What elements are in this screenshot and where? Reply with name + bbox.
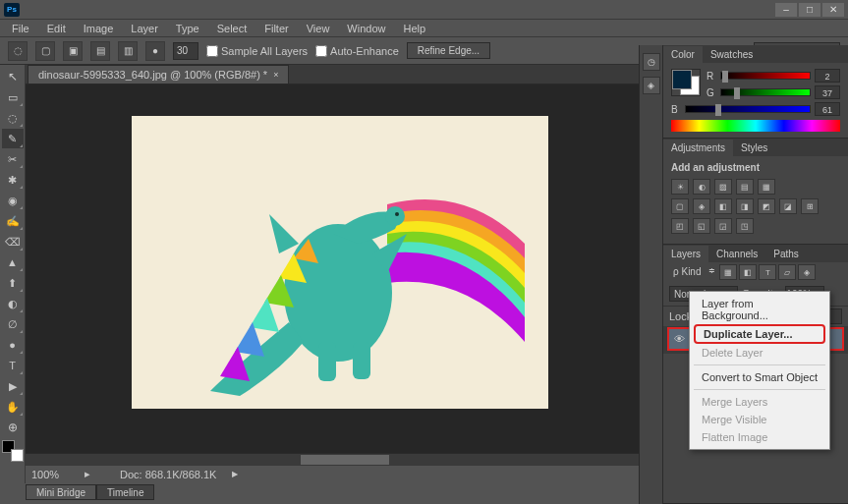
brush-tool[interactable]: ✍ (2, 211, 24, 231)
menu-bar: File Edit Image Layer Type Select Filter… (0, 20, 848, 37)
ctx-convert-smart-object[interactable]: Convert to Smart Object (690, 368, 829, 386)
adj-threshold-icon[interactable]: ◱ (693, 218, 710, 234)
layer-visibility-icon[interactable]: 👁 (669, 333, 689, 345)
clone-stamp-tool[interactable]: ⌫ (2, 232, 24, 252)
document-info[interactable]: Doc: 868.1K/868.1K (120, 469, 216, 480)
history-panel-icon[interactable]: ◷ (643, 53, 660, 71)
document-tab-close-icon[interactable]: × (273, 70, 278, 80)
sample-all-layers-checkbox[interactable]: Sample All Layers (206, 45, 308, 57)
ctx-layer-from-background[interactable]: Layer from Background... (690, 295, 829, 324)
menu-file[interactable]: File (4, 21, 37, 36)
quick-selection-tool[interactable]: ✎ (2, 129, 24, 148)
document-canvas[interactable] (132, 116, 548, 409)
g-slider[interactable] (720, 88, 811, 96)
canvas-area[interactable] (26, 84, 662, 481)
tab-styles[interactable]: Styles (733, 140, 775, 156)
adj-invert-icon[interactable]: ⊞ (801, 198, 819, 214)
brush-size-input[interactable] (173, 42, 198, 60)
filter-shape-icon[interactable]: ▱ (778, 264, 796, 280)
crop-tool[interactable]: ✂ (2, 149, 24, 169)
tab-timeline[interactable]: Timeline (96, 484, 154, 500)
r-slider[interactable] (720, 72, 811, 80)
menu-type[interactable]: Type (168, 21, 207, 36)
zoom-tool[interactable]: ⊕ (2, 418, 24, 437)
path-selection-tool[interactable]: ▶ (2, 376, 24, 396)
maximize-button[interactable]: □ (799, 3, 820, 17)
doc-info-arrow-icon[interactable]: ▶ (232, 470, 238, 478)
move-tool[interactable]: ↖ (2, 67, 24, 86)
menu-layer[interactable]: Layer (123, 21, 166, 36)
b-slider[interactable] (685, 105, 811, 113)
selection-add-icon[interactable]: ▣ (63, 41, 83, 61)
close-button[interactable]: ✕ (822, 3, 844, 17)
filter-adjustment-icon[interactable]: ◧ (739, 264, 757, 280)
tab-swatches[interactable]: Swatches (703, 46, 761, 63)
eyedropper-tool[interactable]: ✱ (2, 170, 24, 190)
adj-gradient-map-icon[interactable]: ◲ (714, 218, 732, 234)
adj-photo-filter-icon[interactable]: ◨ (736, 198, 754, 214)
refine-edge-button[interactable]: Refine Edge... (407, 42, 490, 59)
document-tab[interactable]: dinosaur-5995333_640.jpg @ 100% (RGB/8#)… (28, 65, 289, 84)
adj-color-lookup-icon[interactable]: ◪ (779, 198, 797, 214)
menu-view[interactable]: View (299, 21, 338, 36)
zoom-level[interactable]: 100% (31, 469, 75, 480)
panel-color-swatch[interactable] (671, 69, 701, 96)
adj-hue-icon[interactable]: ▢ (671, 198, 689, 214)
color-spectrum[interactable] (671, 120, 840, 132)
r-value[interactable]: 2 (815, 69, 840, 83)
blur-tool[interactable]: ∅ (2, 314, 24, 334)
eraser-tool[interactable]: ⬆ (2, 273, 24, 293)
adj-colorbalance-icon[interactable]: ◈ (693, 198, 710, 214)
tab-adjustments[interactable]: Adjustments (663, 140, 733, 156)
background-color-swatch[interactable] (11, 449, 24, 462)
b-value[interactable]: 61 (815, 102, 840, 116)
tab-mini-bridge[interactable]: Mini Bridge (26, 484, 96, 500)
g-value[interactable]: 37 (815, 85, 840, 99)
selection-new-icon[interactable]: ▢ (35, 41, 55, 61)
lasso-tool[interactable]: ◌ (2, 108, 24, 128)
adj-posterize-icon[interactable]: ◰ (671, 218, 689, 234)
adj-brightness-icon[interactable]: ☀ (671, 179, 689, 195)
adj-channel-mixer-icon[interactable]: ◩ (758, 198, 775, 214)
scrollbar-thumb[interactable] (301, 455, 389, 465)
adj-exposure-icon[interactable]: ▤ (736, 179, 754, 195)
filter-smart-icon[interactable]: ◈ (798, 264, 816, 280)
artwork-illustration (181, 145, 535, 401)
tool-preset-icon[interactable]: ◌ (8, 41, 28, 61)
foreground-background-colors[interactable] (2, 440, 24, 462)
menu-help[interactable]: Help (395, 21, 433, 36)
selection-intersect-icon[interactable]: ▥ (118, 41, 138, 61)
tab-color[interactable]: Color (663, 46, 703, 63)
zoom-arrow-icon[interactable]: ▸ (85, 468, 90, 480)
ctx-duplicate-layer[interactable]: Duplicate Layer... (694, 324, 825, 344)
dodge-tool[interactable]: ● (2, 335, 24, 355)
filter-pixel-icon[interactable]: ▦ (719, 264, 737, 280)
brush-preview-icon[interactable]: ● (145, 41, 165, 61)
adj-vibrance-icon[interactable]: ▦ (758, 179, 775, 195)
hand-tool[interactable]: ✋ (2, 397, 24, 417)
auto-enhance-checkbox[interactable]: Auto-Enhance (315, 45, 399, 57)
marquee-tool[interactable]: ▭ (2, 87, 24, 107)
adj-bw-icon[interactable]: ◧ (714, 198, 732, 214)
tab-paths[interactable]: Paths (765, 246, 807, 262)
menu-select[interactable]: Select (209, 21, 255, 36)
horizontal-scrollbar[interactable] (26, 453, 662, 465)
history-brush-tool[interactable]: ▲ (2, 252, 24, 272)
selection-subtract-icon[interactable]: ▤ (90, 41, 110, 61)
properties-panel-icon[interactable]: ◈ (643, 77, 660, 94)
tab-channels[interactable]: Channels (708, 246, 765, 262)
adj-levels-icon[interactable]: ◐ (693, 179, 710, 195)
gradient-tool[interactable]: ◐ (2, 294, 24, 313)
healing-brush-tool[interactable]: ◉ (2, 191, 24, 210)
tab-layers[interactable]: Layers (663, 246, 708, 262)
menu-edit[interactable]: Edit (39, 21, 74, 36)
filter-type-icon[interactable]: T (759, 264, 776, 280)
adj-curves-icon[interactable]: ▨ (714, 179, 732, 195)
adj-selective-color-icon[interactable]: ◳ (736, 218, 754, 234)
minimize-button[interactable]: – (775, 3, 797, 17)
menu-filter[interactable]: Filter (256, 21, 296, 36)
menu-image[interactable]: Image (76, 21, 122, 36)
panel-fg-color[interactable] (672, 70, 692, 89)
menu-window[interactable]: Window (339, 21, 393, 36)
type-tool[interactable]: T (2, 356, 24, 375)
